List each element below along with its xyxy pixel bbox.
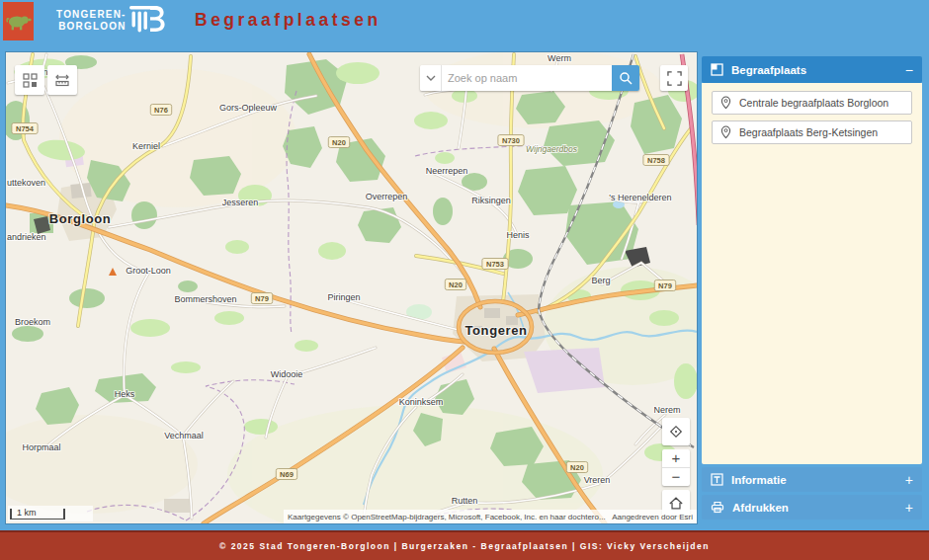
location-pin-icon bbox=[720, 96, 731, 110]
chevron-down-icon bbox=[426, 74, 436, 82]
panel-body-begraafplaats: Centrale begraafplaats Borgloon Begraafp… bbox=[702, 83, 922, 464]
map-label: Heks bbox=[115, 389, 135, 399]
map-label: Berg bbox=[591, 276, 610, 285]
svg-text:N753: N753 bbox=[486, 260, 504, 269]
footer-text: © 2025 Stad Tongeren-Borgloon | Burgerza… bbox=[219, 541, 710, 551]
brand-line1: TONGEREN- bbox=[56, 9, 127, 21]
compass-icon bbox=[668, 424, 684, 440]
road-shield: N69 bbox=[276, 469, 296, 480]
measure-icon bbox=[54, 73, 70, 87]
attribution-esri: Aangedreven door Esri bbox=[612, 513, 693, 521]
map-label: Bommershoven bbox=[174, 294, 236, 304]
road-shield: N754 bbox=[12, 123, 38, 134]
svg-text:N20: N20 bbox=[570, 463, 584, 472]
map-label: Widooie bbox=[271, 369, 303, 379]
map-label: 's Herenelderen bbox=[609, 193, 671, 202]
fullscreen-button[interactable] bbox=[660, 65, 688, 91]
search-button[interactable] bbox=[612, 65, 639, 91]
printer-icon bbox=[711, 501, 724, 514]
city-logo bbox=[3, 2, 34, 40]
map-label: Overrepen bbox=[366, 192, 408, 201]
map-label: Jesseren bbox=[222, 198, 259, 207]
road-shield: N20 bbox=[328, 137, 349, 148]
road-shield: N753 bbox=[482, 259, 508, 270]
svg-text:N20: N20 bbox=[449, 280, 463, 289]
text-icon bbox=[711, 473, 723, 486]
cemetery-button-berg-ketsingen[interactable]: Begraafplaats Berg-Ketsingen bbox=[712, 120, 912, 144]
scalebar-label: 1 km bbox=[17, 508, 37, 518]
attribution-sources: Kaartgegevens © OpenStreetMap-bijdragers… bbox=[288, 513, 606, 521]
scalebar: 1 km bbox=[8, 506, 93, 521]
road-shield: N79 bbox=[654, 280, 675, 291]
search-widget bbox=[420, 65, 639, 91]
map-attribution: Kaartgegevens © OpenStreetMap-bijdragers… bbox=[284, 510, 697, 523]
map-label: Henis bbox=[506, 230, 530, 240]
svg-text:N730: N730 bbox=[502, 136, 520, 145]
road-shield: N76 bbox=[150, 105, 171, 116]
svg-text:N69: N69 bbox=[280, 470, 294, 479]
svg-text:N79: N79 bbox=[255, 294, 269, 303]
road-shield: N20 bbox=[445, 280, 465, 290]
road-shield: N730 bbox=[498, 135, 524, 146]
map-label: Werm bbox=[548, 53, 571, 63]
basemap-canvas[interactable]: N754N76N20N730N758N753N20N79N79N69N20 He… bbox=[6, 52, 697, 523]
panel-title: Informatie bbox=[731, 474, 787, 486]
map-label: Riksingen bbox=[471, 196, 511, 205]
brand-line2: BORGLOON bbox=[56, 21, 127, 33]
map-label: Kerniel bbox=[132, 141, 160, 151]
map-label: Piringen bbox=[327, 292, 360, 302]
zoom-in-button[interactable]: + bbox=[662, 449, 690, 466]
map-label: Horpmaal bbox=[22, 442, 60, 452]
cemetery-button-label: Centrale begraafplaats Borgloon bbox=[739, 97, 888, 109]
svg-text:N76: N76 bbox=[154, 106, 168, 115]
measurement-button[interactable] bbox=[47, 65, 77, 95]
panel-title: Begraafplaats bbox=[731, 64, 806, 76]
sidebar: Begraafplaats − Centrale begraafplaats B… bbox=[702, 56, 922, 520]
expand-button[interactable]: + bbox=[905, 501, 913, 515]
bookmark-icon bbox=[711, 63, 723, 76]
cemetery-button-label: Begraafplaats Berg-Ketsingen bbox=[739, 126, 878, 138]
map-navigation-controls: + − bbox=[662, 418, 690, 516]
boar-logo-icon bbox=[5, 10, 33, 34]
app-window: TONGEREN- BORGLOON Begraafplaatsen bbox=[0, 0, 929, 560]
zoom-out-button[interactable]: − bbox=[662, 468, 690, 485]
map-label: Wijngaerdbos bbox=[526, 144, 578, 154]
map-label: Groot-Loon bbox=[126, 266, 171, 276]
road-shield: N20 bbox=[566, 462, 587, 473]
zoom-control: + − bbox=[662, 449, 690, 486]
panel-header-informatie[interactable]: Informatie + bbox=[702, 467, 922, 492]
fullscreen-icon bbox=[667, 71, 682, 86]
panel-header-begraafplaats[interactable]: Begraafplaats − bbox=[702, 56, 922, 83]
brand-name: TONGEREN- BORGLOON bbox=[56, 9, 127, 33]
svg-text:N758: N758 bbox=[647, 156, 665, 165]
grid-icon bbox=[23, 73, 38, 88]
expand-button[interactable]: + bbox=[905, 473, 913, 487]
collapse-button[interactable]: − bbox=[905, 63, 913, 77]
search-input[interactable] bbox=[442, 65, 612, 91]
home-icon bbox=[668, 496, 684, 511]
map-label: Borgloon bbox=[49, 211, 112, 226]
panel-header-afdrukken[interactable]: Afdrukken + bbox=[702, 495, 922, 520]
tb-monogram-icon bbox=[128, 6, 166, 38]
svg-text:N20: N20 bbox=[332, 138, 346, 147]
map-label: uttekoven bbox=[7, 178, 45, 188]
road-shield: N79 bbox=[251, 293, 272, 304]
svg-text:N754: N754 bbox=[16, 124, 35, 133]
cemetery-button-borgloon[interactable]: Centrale begraafplaats Borgloon bbox=[712, 91, 912, 115]
compass-reset-button[interactable] bbox=[662, 418, 690, 445]
map-label: Koninksem bbox=[399, 397, 444, 407]
map-label: andrieken bbox=[7, 232, 46, 242]
map-label: Vreren bbox=[584, 475, 611, 485]
search-source-dropdown[interactable] bbox=[420, 65, 442, 91]
map-label: Rutten bbox=[452, 496, 478, 506]
page-title: Begraafplaatsen bbox=[195, 10, 381, 31]
map-label: Vechmaal bbox=[164, 431, 204, 440]
map-label: Nerem bbox=[653, 405, 680, 415]
basemap-gallery-button[interactable] bbox=[15, 65, 44, 95]
road-shield: N758 bbox=[643, 155, 669, 166]
search-icon bbox=[619, 71, 633, 85]
location-pin-icon bbox=[720, 125, 731, 139]
map-label: Neerrepen bbox=[426, 166, 468, 176]
panel-title: Afdrukken bbox=[732, 502, 789, 514]
map[interactable]: N754N76N20N730N758N753N20N79N79N69N20 He… bbox=[6, 52, 697, 523]
